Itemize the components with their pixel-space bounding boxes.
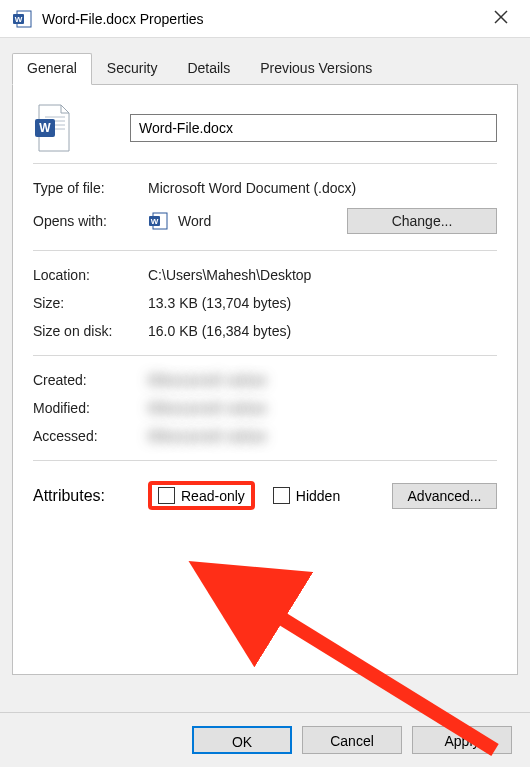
opens-with-label: Opens with: [33, 213, 148, 229]
hidden-checkbox[interactable]: Hidden [273, 487, 340, 504]
attributes-label: Attributes: [33, 487, 148, 505]
created-value: Obscured value [148, 372, 497, 388]
tab-general[interactable]: General [12, 53, 92, 85]
modified-value: Obscured value [148, 400, 497, 416]
apply-button[interactable]: Apply [412, 726, 512, 754]
checkbox-box [273, 487, 290, 504]
close-button[interactable] [484, 4, 518, 33]
filename-input[interactable] [130, 114, 497, 142]
panel-general: W Type of file: Microsoft Word Document … [12, 85, 518, 675]
divider [33, 355, 497, 356]
modified-label: Modified: [33, 400, 148, 416]
size-on-disk-label: Size on disk: [33, 323, 148, 339]
tab-security[interactable]: Security [92, 53, 173, 84]
svg-text:W: W [15, 15, 23, 24]
checkbox-box [158, 487, 175, 504]
button-bar: OK Cancel Apply [0, 712, 530, 767]
location-label: Location: [33, 267, 148, 283]
accessed-value: Obscured value [148, 428, 497, 444]
created-label: Created: [33, 372, 148, 388]
word-document-icon: W [33, 103, 75, 153]
window-title: Word-File.docx Properties [42, 11, 484, 27]
cancel-button[interactable]: Cancel [302, 726, 402, 754]
svg-text:W: W [39, 121, 51, 135]
tabstrip: General Security Details Previous Versio… [12, 53, 518, 85]
divider [33, 460, 497, 461]
titlebar: W Word-File.docx Properties [0, 0, 530, 38]
divider [33, 250, 497, 251]
type-of-file-label: Type of file: [33, 180, 148, 196]
divider [33, 163, 497, 164]
word-program-icon: W [148, 210, 170, 232]
tab-details[interactable]: Details [172, 53, 245, 84]
advanced-button[interactable]: Advanced... [392, 483, 497, 509]
size-on-disk-value: 16.0 KB (16,384 bytes) [148, 323, 497, 339]
dialog-body: General Security Details Previous Versio… [0, 38, 530, 767]
svg-text:W: W [151, 217, 159, 226]
hidden-label: Hidden [296, 488, 340, 504]
ok-button[interactable]: OK [192, 726, 292, 754]
tab-previous-versions[interactable]: Previous Versions [245, 53, 387, 84]
opens-with-value: Word [178, 213, 211, 229]
size-value: 13.3 KB (13,704 bytes) [148, 295, 497, 311]
read-only-label: Read-only [181, 488, 245, 504]
word-app-icon: W [12, 8, 34, 30]
type-of-file-value: Microsoft Word Document (.docx) [148, 180, 497, 196]
location-value: C:\Users\Mahesh\Desktop [148, 267, 497, 283]
annotation-highlight: Read-only [148, 481, 255, 510]
size-label: Size: [33, 295, 148, 311]
accessed-label: Accessed: [33, 428, 148, 444]
read-only-checkbox[interactable]: Read-only [158, 487, 245, 504]
change-button[interactable]: Change... [347, 208, 497, 234]
